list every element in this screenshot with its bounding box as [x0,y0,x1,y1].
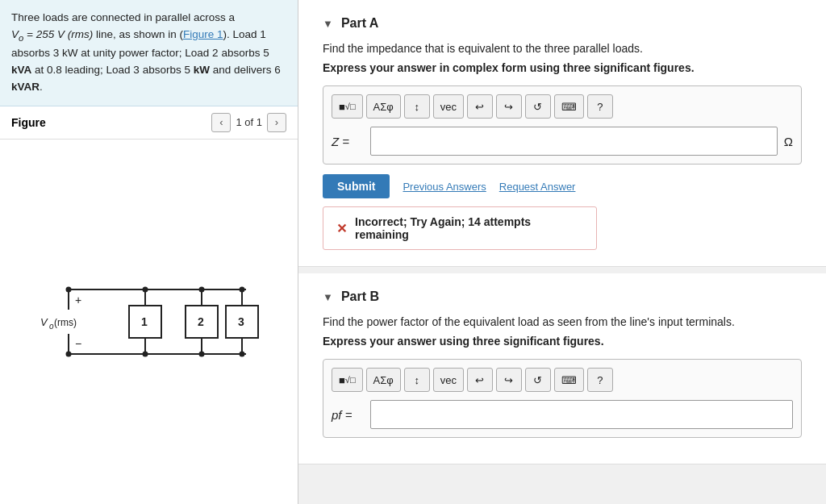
matrix-icon-b: ■ [339,374,345,386]
toolbar-undo-button[interactable]: ↩ [467,94,493,119]
part-a-section: ▼ Part A Find the impedance that is equi… [298,0,826,267]
part-b-arrow: ▼ [323,291,333,303]
part-a-title: Part A [341,16,379,31]
figure-title: Figure [11,116,46,129]
part-b-section: ▼ Part B Find the power factor of the eq… [298,273,826,464]
svg-point-25 [198,351,204,356]
svg-text:(rms): (rms) [54,317,77,328]
svg-text:+: + [75,294,81,306]
part-b-toolbar-matrix-button[interactable]: ■√□ [332,368,363,392]
sqrt-icon: √□ [345,102,356,111]
svg-point-28 [65,351,71,356]
error-message: Incorrect; Try Again; 14 attempts remain… [355,215,583,241]
figure-navigation: ‹ 1 of 1 › [211,113,286,132]
figure-prev-button[interactable]: ‹ [211,113,231,132]
voltage-math: Vo = 255 V (rms) [11,28,93,40]
part-a-instruction: Express your answer in complex form usin… [323,61,802,74]
problem-description: Three loads are connected in parallel ac… [0,0,298,106]
part-b-toolbar-help-button[interactable]: ? [587,368,613,392]
toolbar-redo-button[interactable]: ↪ [496,94,522,119]
svg-point-23 [239,286,244,292]
toolbar-vec-button[interactable]: vec [433,94,464,119]
part-b-toolbar-redo-button[interactable]: ↪ [496,368,522,392]
part-a-submit-button[interactable]: Submit [323,174,390,198]
svg-point-21 [142,286,148,292]
matrix-icon: ■ [339,101,345,113]
part-b-title: Part B [341,289,379,304]
part-b-toolbar-keyboard-button[interactable]: ⌨ [554,368,584,392]
part-b-toolbar-arrows-button[interactable]: ↕ [404,368,430,392]
part-a-arrow: ▼ [323,18,333,30]
part-a-toolbar: ■√□ ΑΣφ ↕ vec ↩ ↪ ↺ ⌨ ? [332,94,793,119]
part-b-answer-label: pf = [332,408,364,422]
part-a-error-box: ✕ Incorrect; Try Again; 14 attempts rema… [323,206,597,250]
figure-display: + − V o (rms) 1 2 3 [0,140,298,504]
figure-header: Figure ‹ 1 of 1 › [0,106,298,140]
part-b-toolbar-vec-button[interactable]: vec [433,368,464,392]
svg-point-27 [65,286,71,292]
toolbar-refresh-button[interactable]: ↺ [525,94,551,119]
toolbar-greek-button[interactable]: ΑΣφ [366,94,401,119]
svg-text:V: V [40,316,48,328]
part-a-previous-answers-button[interactable]: Previous Answers [403,181,486,193]
svg-text:1: 1 [141,315,148,328]
part-a-answer-input[interactable] [370,127,778,156]
svg-text:−: − [75,337,81,350]
svg-text:2: 2 [198,315,204,328]
toolbar-matrix-button[interactable]: ■√□ [332,94,363,119]
right-panel: ▼ Part A Find the impedance that is equi… [298,0,826,504]
part-a-submit-row: Submit Previous Answers Request Answer [323,174,802,198]
part-a-header[interactable]: ▼ Part A [323,16,802,31]
error-icon: ✕ [336,221,347,236]
part-b-toolbar-greek-button[interactable]: ΑΣφ [366,368,401,392]
part-b-toolbar: ■√□ ΑΣφ ↕ vec ↩ ↪ ↺ ⌨ ? [332,368,793,392]
figure-page-count: 1 of 1 [236,116,262,128]
toolbar-help-button[interactable]: ? [587,94,613,119]
part-b-header[interactable]: ▼ Part B [323,289,802,304]
part-b-input-box: ■√□ ΑΣφ ↕ vec ↩ ↪ ↺ ⌨ ? pf = [323,359,802,438]
part-b-answer-input[interactable] [370,400,793,429]
svg-point-24 [142,351,148,356]
part-b-toolbar-undo-button[interactable]: ↩ [467,368,493,392]
svg-point-26 [239,351,244,356]
circuit-diagram: + − V o (rms) 1 2 3 [36,265,262,378]
figure-next-button[interactable]: › [267,113,286,132]
part-a-request-answer-button[interactable]: Request Answer [499,181,576,193]
left-panel: Three loads are connected in parallel ac… [0,0,298,504]
part-a-answer-label: Z = [332,135,364,148]
svg-text:3: 3 [238,315,244,328]
part-a-question: Find the impedance that is equivalent to… [323,42,802,55]
sqrt-icon-b: √□ [345,375,356,385]
toolbar-keyboard-button[interactable]: ⌨ [554,94,584,119]
part-b-question: Find the power factor of the equivalent … [323,315,802,328]
toolbar-arrows-button[interactable]: ↕ [404,94,430,119]
figure-link[interactable]: Figure 1 [183,28,223,40]
part-a-answer-row: Z = Ω [332,127,793,156]
part-b-instruction: Express your answer using three signific… [323,335,802,348]
svg-point-22 [198,286,204,292]
part-a-unit: Ω [784,135,793,148]
part-b-answer-row: pf = [332,400,793,429]
part-b-toolbar-refresh-button[interactable]: ↺ [525,368,551,392]
part-a-input-box: ■√□ ΑΣφ ↕ vec ↩ ↪ ↺ ⌨ ? Z = Ω [323,85,802,165]
